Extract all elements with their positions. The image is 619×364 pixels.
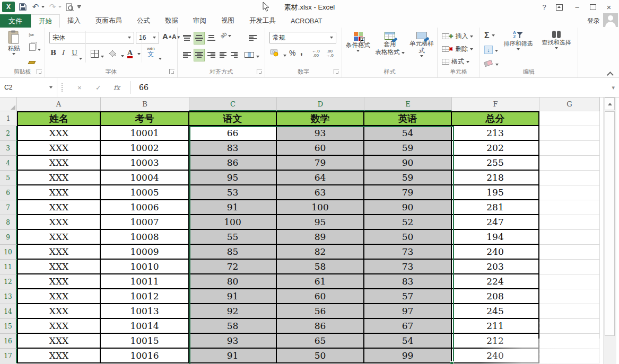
row-header-17[interactable]: 17 [0, 349, 17, 363]
tab-formulas[interactable]: 公式 [129, 14, 158, 28]
font-size-select[interactable]: 16 [136, 32, 159, 43]
cell-E5[interactable]: 59 [364, 171, 452, 185]
cell-E11[interactable]: 73 [364, 260, 452, 274]
cell-C13[interactable]: 91 [189, 289, 277, 304]
cell-E9[interactable]: 50 [364, 230, 452, 245]
cell-D3[interactable]: 60 [277, 141, 364, 156]
row-header-4[interactable]: 4 [0, 156, 17, 171]
undo-dropdown[interactable] [41, 2, 45, 12]
insert-cells-button[interactable]: ✚插入 [442, 32, 473, 41]
cell-B8[interactable]: 10007 [101, 215, 189, 230]
cell-G17[interactable] [539, 349, 600, 363]
format-cells-button[interactable]: 格式 [442, 57, 469, 66]
cell-F2[interactable]: 213 [452, 126, 539, 141]
paste-button[interactable]: 粘贴 [2, 30, 25, 55]
cell-G3[interactable] [539, 141, 600, 156]
row-header-2[interactable]: 2 [0, 126, 17, 141]
cell-G14[interactable] [539, 304, 600, 319]
cell-G2[interactable] [539, 126, 600, 141]
font-name-select[interactable]: 宋体 [49, 32, 134, 43]
tab-view[interactable]: 视图 [214, 14, 242, 28]
cell-A3[interactable]: XXX [17, 141, 101, 156]
cell-F4[interactable]: 255 [452, 156, 539, 171]
cell-D2[interactable]: 93 [277, 126, 364, 141]
avatar[interactable] [603, 13, 618, 27]
underline-button[interactable]: U [72, 49, 77, 57]
cell-F7[interactable]: 281 [452, 200, 539, 215]
cell-C5[interactable]: 95 [189, 171, 277, 185]
cell-F16[interactable]: 212 [452, 334, 539, 349]
cell-F5[interactable]: 218 [452, 171, 539, 185]
undo-button[interactable]: ↶ [30, 2, 41, 12]
cell-C7[interactable]: 91 [189, 200, 277, 215]
cell-B2[interactable]: 10001 [101, 126, 189, 141]
save-button[interactable] [18, 2, 28, 12]
font-color-button[interactable]: A [127, 49, 141, 58]
cell-B11[interactable]: 10010 [101, 260, 189, 274]
cell-styles-button[interactable]: 单元格样式 [407, 32, 437, 57]
table-header-cell-D1[interactable]: 数学 [277, 111, 364, 126]
cell-C6[interactable]: 53 [189, 185, 277, 200]
cell-E15[interactable]: 67 [364, 319, 452, 334]
minimize-button[interactable]: – [570, 0, 584, 14]
align-bottom-button[interactable] [206, 32, 216, 44]
clipboard-dialog-launcher-icon[interactable] [37, 69, 42, 74]
tab-data[interactable]: 数据 [158, 14, 186, 28]
phonetic-dropdown[interactable] [159, 52, 162, 62]
column-header-E[interactable]: E [364, 97, 452, 111]
font-dialog-launcher-icon[interactable] [169, 69, 175, 74]
underline-dropdown[interactable] [79, 52, 82, 62]
merge-center-button[interactable] [245, 50, 259, 60]
cell-C11[interactable]: 72 [189, 260, 277, 274]
scroll-up-button[interactable] [605, 97, 615, 110]
row-header-6[interactable]: 6 [0, 185, 17, 200]
cell-G4[interactable] [539, 156, 600, 171]
cell-F15[interactable]: 211 [452, 319, 539, 334]
tab-home[interactable]: 开始 [31, 14, 60, 28]
cell-G11[interactable] [539, 260, 600, 274]
cell-B17[interactable]: 10016 [101, 349, 189, 363]
redo-dropdown[interactable] [58, 2, 62, 12]
number-dialog-launcher-icon[interactable] [334, 69, 339, 74]
cell-G7[interactable] [539, 200, 600, 215]
cell-E17[interactable]: 99 [364, 349, 452, 363]
cell-B12[interactable]: 10011 [101, 274, 189, 289]
cell-C14[interactable]: 92 [189, 304, 277, 319]
row-header-8[interactable]: 8 [0, 215, 17, 230]
vertical-scrollbar[interactable] [603, 97, 616, 364]
cell-G12[interactable] [539, 274, 600, 289]
delete-cells-button[interactable]: ✖删除 [442, 45, 473, 54]
ribbon-display-options-button[interactable] [552, 0, 566, 14]
redo-button[interactable]: ↷ [47, 2, 58, 12]
increase-decimal-button[interactable]: ←.0 .00 [312, 49, 320, 58]
scrollbar-thumb[interactable] [605, 111, 615, 336]
cell-C2[interactable]: 66 [189, 126, 277, 141]
number-format-select[interactable]: 常规 [269, 32, 336, 43]
cell-A13[interactable]: XXX [17, 289, 101, 304]
cell-B14[interactable]: 10013 [101, 304, 189, 319]
cell-D14[interactable]: 56 [277, 304, 364, 319]
cell-A17[interactable]: XXX [17, 349, 101, 363]
row-header-12[interactable]: 12 [0, 274, 17, 289]
align-middle-button[interactable] [194, 32, 204, 44]
cell-F17[interactable]: 240 [452, 349, 539, 363]
cell-E14[interactable]: 97 [364, 304, 452, 319]
cell-E16[interactable]: 54 [364, 334, 452, 349]
table-header-cell-C1[interactable]: 语文 [189, 111, 277, 126]
cell-D4[interactable]: 79 [277, 156, 364, 171]
cell-G5[interactable] [539, 171, 600, 185]
table-header-cell-B1[interactable]: 考号 [101, 111, 189, 126]
cell-G10[interactable] [539, 245, 600, 260]
cell-C8[interactable]: 100 [189, 215, 277, 230]
align-left-button[interactable] [182, 49, 192, 61]
cell-A6[interactable]: XXX [17, 185, 101, 200]
cell-B7[interactable]: 10006 [101, 200, 189, 215]
column-header-D[interactable]: D [277, 97, 364, 111]
cell-D5[interactable]: 64 [277, 171, 364, 185]
cell-A8[interactable]: XXX [17, 215, 101, 230]
alignment-dialog-launcher-icon[interactable] [257, 69, 262, 74]
cell-C4[interactable]: 86 [189, 156, 277, 171]
cell-B16[interactable]: 10015 [101, 334, 189, 349]
cell-E6[interactable]: 79 [364, 185, 452, 200]
select-all-button[interactable] [0, 97, 17, 111]
